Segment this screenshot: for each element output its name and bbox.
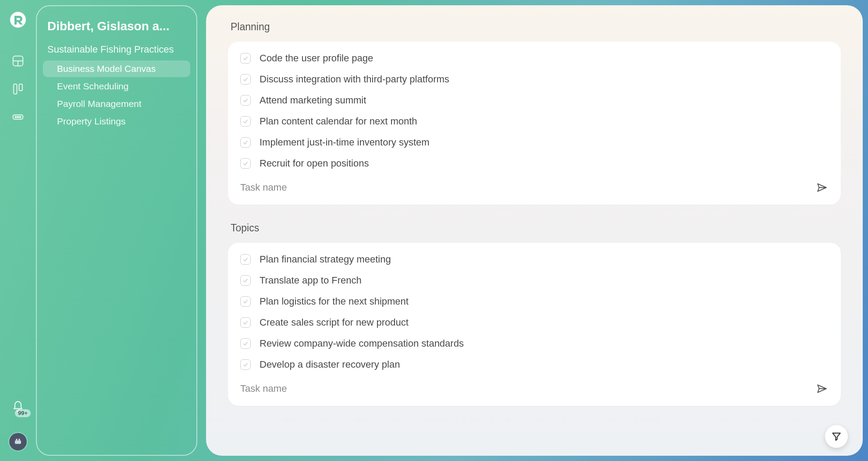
avatar[interactable] (9, 433, 27, 450)
task-label: Translate app to French (260, 275, 362, 286)
new-task-input[interactable] (240, 182, 807, 193)
task-label: Develop a disaster recovery plan (260, 359, 400, 370)
svg-point-8 (18, 117, 19, 118)
sidebar-item[interactable]: Event Scheduling (43, 78, 190, 95)
task-checkbox[interactable] (240, 53, 251, 64)
notifications-button[interactable]: 99+ (8, 398, 28, 415)
task-row[interactable]: Plan logistics for the next shipment (240, 291, 829, 312)
svg-rect-4 (14, 84, 17, 94)
task-checkbox[interactable] (240, 317, 251, 328)
svg-point-7 (15, 117, 17, 118)
svg-rect-5 (19, 84, 23, 91)
task-label: Plan financial strategy meeting (260, 254, 391, 265)
task-checkbox[interactable] (240, 95, 251, 106)
notifications-badge: 99+ (15, 409, 31, 417)
submit-task-button[interactable] (815, 181, 829, 194)
submit-task-button[interactable] (815, 382, 829, 395)
task-list-card: Code the user profile pageDiscuss integr… (228, 42, 841, 205)
new-task-row (240, 375, 829, 400)
task-checkbox[interactable] (240, 296, 251, 307)
task-checkbox[interactable] (240, 254, 251, 265)
task-checkbox[interactable] (240, 116, 251, 127)
task-label: Attend marketing summit (260, 95, 366, 106)
filter-icon (831, 431, 842, 442)
task-label: Implement just-in-time inventory system (260, 137, 430, 148)
sidebar: Dibbert, Gislason a... Sustainable Fishi… (36, 5, 197, 456)
svg-point-12 (18, 439, 20, 440)
section-title: Planning (231, 21, 841, 33)
svg-rect-10 (15, 440, 21, 444)
section-title: Topics (231, 222, 841, 234)
task-list-card: Plan financial strategy meetingTranslate… (228, 243, 841, 406)
task-label: Code the user profile page (260, 53, 373, 64)
task-label: Plan content calendar for next month (260, 116, 417, 127)
task-row[interactable]: Implement just-in-time inventory system (240, 132, 829, 153)
sidebar-item[interactable]: Property Listings (43, 113, 190, 130)
svg-point-9 (20, 117, 21, 118)
svg-point-0 (10, 12, 26, 28)
icon-rail: 99+ (0, 0, 36, 461)
project-group-label[interactable]: Sustainable Fishing Practices (41, 41, 192, 60)
task-checkbox[interactable] (240, 158, 251, 169)
task-checkbox[interactable] (240, 338, 251, 349)
app-logo-icon[interactable] (9, 11, 27, 29)
task-label: Recruit for open positions (260, 158, 369, 169)
task-label: Review company-wide compensation standar… (260, 338, 464, 349)
dashboard-icon[interactable] (10, 53, 26, 69)
task-row[interactable]: Develop a disaster recovery plan (240, 354, 829, 375)
task-row[interactable]: Create sales script for new product (240, 312, 829, 333)
task-row[interactable]: Attend marketing summit (240, 90, 829, 111)
task-label: Discuss integration with third-party pla… (260, 74, 449, 85)
task-row[interactable]: Code the user profile page (240, 48, 829, 69)
board-icon[interactable] (10, 81, 26, 97)
sidebar-item[interactable]: Business Model Canvas (43, 60, 190, 77)
task-row[interactable]: Recruit for open positions (240, 153, 829, 174)
svg-point-11 (16, 439, 18, 440)
task-checkbox[interactable] (240, 275, 251, 286)
main-content: PlanningCode the user profile pageDiscus… (206, 5, 863, 456)
send-icon (816, 182, 828, 193)
task-row[interactable]: Plan financial strategy meeting (240, 249, 829, 270)
task-checkbox[interactable] (240, 359, 251, 370)
task-row[interactable]: Translate app to French (240, 270, 829, 291)
new-task-input[interactable] (240, 383, 807, 394)
more-icon[interactable] (10, 109, 26, 125)
task-checkbox[interactable] (240, 74, 251, 85)
task-checkbox[interactable] (240, 137, 251, 148)
sidebar-item[interactable]: Payroll Management (43, 96, 190, 112)
filter-button[interactable] (825, 425, 848, 448)
workspace-title[interactable]: Dibbert, Gislason a... (41, 19, 192, 41)
send-icon (816, 383, 828, 394)
task-label: Plan logistics for the next shipment (260, 296, 409, 307)
task-row[interactable]: Plan content calendar for next month (240, 111, 829, 132)
new-task-row (240, 174, 829, 199)
task-label: Create sales script for new product (260, 317, 409, 328)
task-row[interactable]: Review company-wide compensation standar… (240, 333, 829, 354)
task-row[interactable]: Discuss integration with third-party pla… (240, 69, 829, 90)
